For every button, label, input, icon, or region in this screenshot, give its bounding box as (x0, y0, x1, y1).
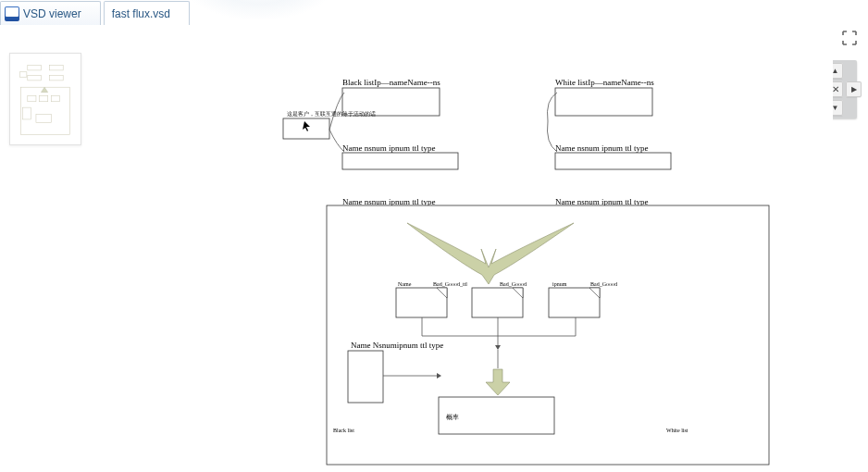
svg-rect-7 (40, 95, 48, 101)
svg-rect-6 (28, 95, 36, 101)
fullscreen-icon (842, 31, 857, 45)
svg-rect-9 (22, 107, 31, 119)
mid-left-box (342, 153, 458, 169)
white-list-box (555, 88, 652, 116)
white-list-title: White listIp—nameName--ns (555, 78, 654, 87)
svg-rect-2 (28, 75, 42, 80)
tab-file[interactable]: fast flux.vsd (104, 1, 190, 25)
pan-right-button[interactable]: ▶ (846, 81, 862, 97)
doc-name-label: Name (398, 281, 412, 287)
doc-name-bg: Bad_Goood_ttl (433, 281, 467, 287)
doc-ip-label: ipnum (552, 281, 567, 287)
vsd-icon (5, 6, 19, 21)
diagram-canvas[interactable]: Black listIp—nameName--ns White listIp—n… (102, 27, 833, 471)
svg-rect-0 (28, 65, 42, 69)
svg-rect-11 (396, 288, 447, 317)
cn-note-text: 这是客户，互联互通的等于活动的话 (287, 110, 376, 117)
result-left-box (348, 351, 383, 403)
svg-rect-1 (50, 65, 64, 69)
black-list-title: Black listIp—nameName--ns (342, 78, 440, 87)
tab-bar: VSD viewer fast flux.vsd (0, 0, 868, 25)
result-title: Name Nsnumipnum ttl type (351, 341, 443, 350)
tab-app[interactable]: VSD viewer (0, 1, 101, 25)
doc-bg-label: Bad_Goood (500, 281, 527, 287)
bot-right-title: Name nsnum ipnum ttl type (555, 197, 649, 206)
svg-rect-4 (20, 72, 27, 77)
prob-label: 概率 (446, 414, 459, 421)
svg-rect-10 (36, 114, 51, 122)
svg-rect-5 (20, 87, 69, 134)
viewer-stage: + − ▲ ◀ ✕ ▶ ▼ (0, 25, 868, 472)
tab-app-label: VSD viewer (23, 2, 81, 26)
page-thumbnail[interactable] (9, 53, 81, 145)
doc-ip-bg: Bad_Goood (590, 281, 617, 287)
thumbnail-icon (16, 59, 75, 139)
fullscreen-button[interactable] (842, 31, 857, 45)
mid-left-title: Name nsnum ipnum ttl type (342, 143, 436, 153)
svg-rect-12 (472, 288, 523, 317)
tab-file-label: fast flux.vsd (112, 2, 170, 26)
svg-rect-8 (51, 95, 59, 101)
black-label: Black list (333, 428, 354, 433)
svg-rect-3 (50, 75, 64, 80)
bot-left-title: Name nsnum ipnum ttl type (342, 197, 436, 206)
mid-right-box (555, 153, 671, 169)
mid-right-title: Name nsnum ipnum ttl type (555, 143, 649, 153)
svg-rect-13 (549, 288, 600, 317)
white-label: White list (666, 428, 688, 433)
